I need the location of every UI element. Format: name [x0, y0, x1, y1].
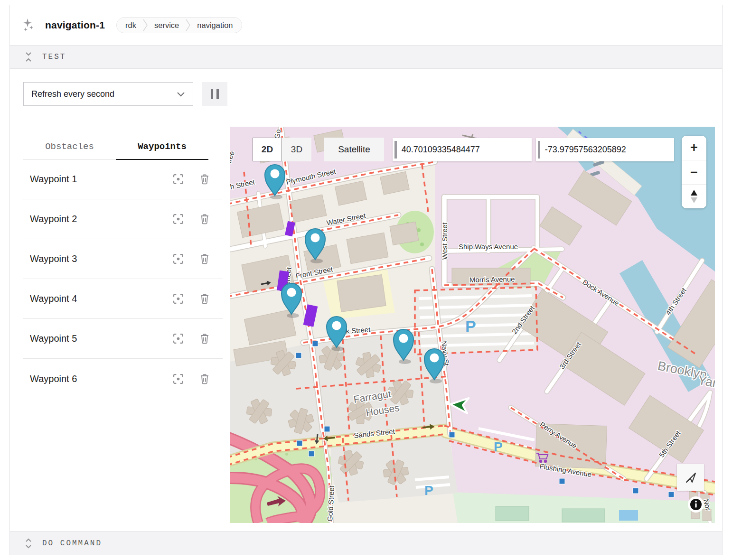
breadcrumb-item-service: service — [154, 21, 179, 30]
refresh-rate-select[interactable]: Refresh every second — [23, 82, 193, 106]
trash-icon — [200, 373, 209, 384]
svg-text:P: P — [494, 439, 503, 454]
test-section-header[interactable]: TEST — [10, 45, 722, 69]
tab-obstacles[interactable]: Obstacles — [23, 134, 116, 159]
focus-icon — [173, 293, 184, 304]
card-header: navigation-1 rdk service navigation — [10, 5, 722, 45]
focus-waypoint-button[interactable] — [173, 293, 184, 304]
trash-icon — [200, 253, 209, 264]
map-attribution-button[interactable] — [688, 496, 704, 513]
longitude-field — [536, 138, 674, 161]
delete-waypoint-button[interactable] — [200, 253, 209, 264]
delete-waypoint-button[interactable] — [200, 174, 209, 185]
latitude-field — [393, 138, 532, 161]
focus-waypoint-button[interactable] — [173, 333, 184, 344]
trash-icon — [200, 293, 209, 304]
focus-icon — [173, 373, 184, 384]
waypoint-name: Waypoint 4 — [30, 293, 77, 304]
breadcrumb-divider — [186, 19, 190, 31]
focus-waypoint-button[interactable] — [173, 253, 184, 264]
navigation-card: navigation-1 rdk service navigation TEST… — [9, 5, 723, 555]
focus-waypoint-button[interactable] — [173, 174, 184, 185]
map-satellite-button[interactable]: Satellite — [324, 138, 384, 161]
basemap: P P P Plymouth Street h Street Water Str… — [230, 127, 715, 523]
svg-text:P: P — [465, 317, 476, 335]
street-label: Ship Ways Avenue — [459, 243, 518, 251]
focus-icon — [173, 333, 184, 344]
waypoint-name: Waypoint 2 — [30, 214, 77, 224]
test-section-label: TEST — [42, 53, 66, 61]
geolocate-button[interactable] — [677, 464, 704, 491]
breadcrumb: rdk service navigation — [116, 17, 242, 33]
focus-icon — [173, 253, 184, 264]
waypoint-row: Waypoint 5 — [23, 319, 223, 359]
longitude-input[interactable] — [545, 145, 674, 155]
delete-waypoint-button[interactable] — [200, 293, 209, 304]
refresh-controls: Refresh every second — [23, 82, 709, 106]
drag-grip — [394, 141, 397, 159]
map-zoom-control: + − — [682, 136, 706, 208]
street-label: Morris Avenue — [469, 275, 515, 284]
test-section-body: Refresh every second Obstacles Waypoints… — [10, 69, 722, 531]
trash-icon — [200, 214, 209, 224]
info-icon — [690, 498, 702, 511]
map-3d-button[interactable]: 3D — [282, 138, 311, 161]
waypoints-panel: Obstacles Waypoints Waypoint 1 — [23, 127, 223, 523]
breadcrumb-item-rdk: rdk — [125, 21, 136, 30]
compass-button[interactable] — [682, 184, 706, 208]
compass-icon — [689, 189, 699, 204]
tab-waypoints[interactable]: Waypoints — [116, 134, 208, 159]
waypoint-row: Waypoint 2 — [23, 199, 223, 239]
svg-text:P: P — [424, 483, 433, 498]
breadcrumb-item-navigation: navigation — [197, 21, 233, 30]
waypoint-name: Waypoint 5 — [30, 333, 77, 344]
latitude-input[interactable] — [402, 145, 532, 155]
delete-waypoint-button[interactable] — [200, 333, 209, 344]
drag-grip — [538, 141, 540, 159]
trash-icon — [200, 174, 209, 185]
do-command-label: DO COMMAND — [42, 539, 102, 548]
chevron-down-icon — [177, 92, 185, 97]
focus-icon — [173, 214, 184, 224]
location-arrow-icon — [685, 471, 697, 484]
focus-icon — [173, 174, 184, 185]
waypoint-row: Waypoint 3 — [23, 239, 223, 279]
map-2d-button[interactable]: 2D — [253, 138, 282, 161]
waypoint-row: Waypoint 6 — [23, 359, 223, 399]
focus-waypoint-button[interactable] — [173, 373, 184, 384]
page-title: navigation-1 — [45, 19, 105, 31]
delete-waypoint-button[interactable] — [200, 214, 209, 224]
do-command-section-header[interactable]: DO COMMAND — [10, 531, 722, 555]
refresh-rate-value: Refresh every second — [31, 89, 114, 99]
panel-tabs: Obstacles Waypoints — [23, 134, 208, 159]
pause-icon — [211, 89, 213, 99]
zoom-in-button[interactable]: + — [682, 136, 706, 160]
waypoint-name: Waypoint 1 — [30, 174, 77, 185]
waypoint-name: Waypoint 6 — [30, 373, 77, 384]
breadcrumb-divider — [143, 19, 148, 31]
pause-refresh-button[interactable] — [202, 82, 227, 106]
zoom-out-button[interactable]: − — [682, 160, 706, 184]
waypoint-row: Waypoint 1 — [23, 159, 223, 199]
trash-icon — [200, 333, 209, 344]
waypoint-row: Waypoint 4 — [23, 279, 223, 319]
focus-waypoint-button[interactable] — [173, 214, 184, 224]
collapse-icon — [24, 52, 33, 62]
waypoint-name: Waypoint 3 — [30, 253, 77, 264]
street-label: West Street — [441, 222, 449, 260]
navigation-map[interactable]: P P P Plymouth Street h Street Water Str… — [230, 127, 715, 523]
navigation-service-icon — [22, 18, 37, 32]
delete-waypoint-button[interactable] — [200, 373, 209, 384]
expand-icon — [24, 538, 33, 549]
